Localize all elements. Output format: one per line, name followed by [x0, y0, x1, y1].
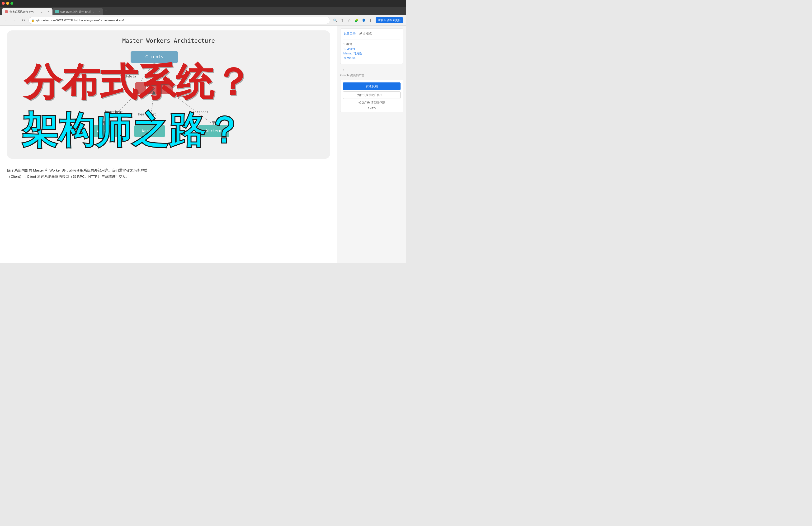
page-content: Master-Workers Architecture Clients Read… [0, 26, 337, 263]
lock-icon: 🔒 [31, 19, 34, 22]
address-bar: ‹ › ↻ 🔒 qtmuniao.com/2021/07/03/distribu… [0, 15, 406, 26]
bottom-line-2: （Client），Client 通过系统暴露的接口（如 RPC、HTTP）与系统… [7, 173, 330, 180]
ad-panel: 发送反馈 为什么显示此广告？ ⓘ 轻点广告 请我喝杯茶 ↑ 25% [340, 80, 403, 112]
diagram-title: Master-Workers Architecture [14, 38, 323, 44]
minimize-button[interactable] [6, 2, 9, 5]
bottom-line-1: 除了系统内部的 Master 和 Worker 外，还有使用系统的外部用户。我们… [7, 167, 330, 173]
new-tab-button[interactable]: + [103, 9, 110, 14]
tab-favicon-1 [5, 10, 8, 13]
overlay-cyan-text: 架构师之路？ [21, 112, 242, 149]
why-ad-label: 为什么显示此广告？ [357, 93, 383, 97]
search-icon[interactable]: 🔍 [332, 17, 338, 24]
toc-item-2[interactable]: 1. Master [343, 47, 400, 51]
tab-bar: 分布式系统架构（一）——Mas... ✕ App Store 上的"必剪-B站官… [0, 6, 406, 15]
tab-label-2: App Store 上的"必剪-B站官方... [60, 10, 96, 14]
ad-label: Google 提供的广告 [337, 73, 406, 78]
why-ad-button[interactable]: 为什么显示此广告？ ⓘ [343, 91, 401, 99]
url-bar[interactable]: 🔒 qtmuniao.com/2021/07/03/distributed-sy… [29, 17, 330, 24]
toc-item-4[interactable]: .3. Worke... [343, 57, 400, 60]
info-icon: ⓘ [384, 94, 386, 97]
right-panel: 文章目录 站点概览 1. 概述 1. Master Maste...可用性 .3… [337, 26, 406, 263]
maximize-button[interactable] [11, 2, 13, 5]
tab-close-2[interactable]: ✕ [98, 10, 100, 13]
tab-favicon-2 [55, 10, 59, 13]
extensions-icon[interactable]: 🧩 [353, 17, 360, 24]
reload-button[interactable]: ↻ [20, 17, 27, 24]
tab-close-1[interactable]: ✕ [47, 10, 49, 13]
back-arrow-icon[interactable]: ← [340, 67, 348, 73]
overlay-red-text: 分布式系统？ [24, 63, 252, 101]
diagram-container: Master-Workers Architecture Clients Read… [7, 30, 330, 159]
share-icon[interactable]: ⬆ [339, 17, 345, 24]
toc-item-3[interactable]: Maste...可用性 [343, 52, 400, 56]
restart-button[interactable]: 重新启动即可更新 [376, 17, 403, 23]
tab-inactive[interactable]: App Store 上的"必剪-B站官方... ✕ [53, 8, 103, 15]
toc-tabs: 文章目录 站点概览 [343, 32, 400, 40]
svg-text:Clients: Clients [145, 54, 163, 59]
back-button[interactable]: ‹ [3, 17, 10, 24]
teacup-label: 轻点广告 请我喝杯茶 [343, 101, 401, 105]
feedback-button[interactable]: 发送反馈 [343, 83, 401, 90]
close-button[interactable] [2, 2, 5, 5]
tab-article-toc[interactable]: 文章目录 [343, 32, 356, 37]
bookmark-icon[interactable]: ☆ [346, 17, 352, 24]
toc-panel: 文章目录 站点概览 1. 概述 1. Master Maste...可用性 .3… [340, 29, 403, 64]
toolbar-icons: 🔍 ⬆ ☆ 🧩 👤 ⋮ [332, 17, 374, 24]
toc-item-1[interactable]: 1. 概述 [343, 42, 400, 46]
progress-label: ↑ 25% [343, 106, 401, 110]
profile-icon[interactable]: 👤 [360, 17, 366, 24]
traffic-lights [2, 2, 13, 5]
diagram-svg: Clients ReadData WriteData Master [14, 51, 323, 159]
tab-label-1: 分布式系统架构（一）——Mas... [10, 10, 45, 14]
main-area: Master-Workers Architecture Clients Read… [0, 26, 406, 263]
menu-icon[interactable]: ⋮ [367, 17, 374, 24]
url-text: qtmuniao.com/2021/07/03/distributed-syst… [36, 18, 124, 22]
tab-active[interactable]: 分布式系统架构（一）——Mas... ✕ [2, 8, 53, 15]
bottom-text: 除了系统内部的 Master 和 Worker 外，还有使用系统的外部用户。我们… [0, 164, 337, 183]
forward-button[interactable]: › [11, 17, 18, 24]
browser-chrome [0, 0, 406, 6]
tab-site-overview[interactable]: 站点概览 [360, 32, 372, 37]
